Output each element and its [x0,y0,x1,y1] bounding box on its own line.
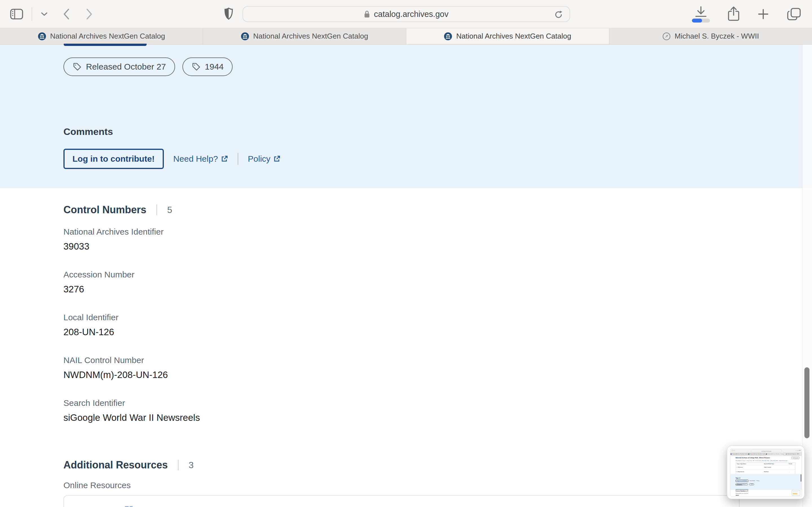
national-archives-favicon [38,32,46,41]
mini-tab-bar: National Archives NextGen Catalog Nation… [730,453,802,456]
mini-nested-thumbnail [792,490,800,496]
tag-chip-label: 1944 [205,62,224,71]
login-to-contribute-button[interactable]: Log in to contribute! [63,149,164,169]
screenshot-preview-thumbnail[interactable]: ▢ ‹ › catalog.archives.gov ↓ ⌯ + ▣ Natio… [727,446,805,499]
mini-favicon [766,453,767,455]
tag-chip-label: Released October 27 [86,62,166,71]
mini-email: mopix@nara.gov [779,460,788,461]
safari-window: catalog.archives.gov [0,0,812,507]
tag-chip-released[interactable]: Released October 27 [63,57,175,76]
tab-overview-button[interactable] [786,7,801,21]
field-nail-control-number: NAIL Control Number NWDNM(m)-208-UN-126 [63,355,168,380]
url-text: catalog.archives.gov [374,10,448,19]
mini-td: ⋮ [788,465,795,469]
mini-address-bar: catalog.archives.gov [751,450,782,452]
mini-table-header: Copy, Copy Status Specific Media Type De… [736,463,795,465]
mini-comments-heading: Comments [735,484,742,486]
mini-toolbar: ▢ ‹ › catalog.archives.gov ↓ ⌯ + ▣ [730,449,802,453]
mini-fax: (301) 837-3620 [770,460,778,461]
download-icon [692,6,710,18]
mini-tab: Michael S. Byczek - WWII [784,453,802,455]
policy-link[interactable]: Policy [248,154,281,164]
tag-icon [72,62,82,71]
tab-title: National Archives NextGen Catalog [456,32,571,41]
mini-tab-title: National Archives NextGen Catalog [768,453,783,455]
address-bar[interactable]: catalog.archives.gov [243,6,570,22]
mini-tab-title: Michael S. Byczek - WWII [788,453,799,455]
mini-address: 8601 Adelphi Road, College Park, MD, 207… [735,460,761,461]
field-label: NAIL Control Number [63,355,168,365]
chevron-right-icon [86,8,93,20]
downloads-button[interactable] [692,6,710,22]
mini-td: Video Cassette [763,465,788,469]
comments-actions: Log in to contribute! Need Help? Policy [63,149,281,169]
scrollbar-thumb[interactable] [804,367,809,438]
need-help-link[interactable]: Need Help? [173,154,228,164]
download-progress-fill [692,18,702,22]
mini-td: Film Reel [763,470,788,474]
mini-nav-icons: ▢ ‹ › [732,450,735,451]
lock-icon [364,10,370,18]
tab-2[interactable]: National Archives NextGen Catalog [203,28,406,44]
need-help-label: Need Help? [173,154,218,164]
tab-overview-icon [786,7,801,21]
mini-control-numbers-section: Control Numbers | 5 National Archives Id… [730,490,802,497]
mini-chip: 1944 [749,483,754,485]
mini-th: Details [788,463,795,465]
field-search-identifier: Search Identifier siGoogle World War II … [63,398,200,423]
sidebar-toggle-button[interactable] [10,9,23,19]
mini-nai-label: National Archives Identifier [735,493,748,494]
sidebar-icon [10,9,23,19]
share-button[interactable] [727,6,740,22]
mini-facility-section: National Archives at College Park - Moti… [730,456,802,474]
national-archives-favicon [444,32,452,41]
new-tab-button[interactable] [757,8,769,20]
tab-4[interactable]: Michael S. Byczek - WWII [609,28,812,44]
reload-icon [554,10,563,19]
mini-table-row: 2 Reproduction Film Reel ⋮ [736,469,795,474]
tab-group-chevron-button[interactable] [41,12,48,16]
tag-icon [192,62,201,71]
mini-th: Copy, Copy Status [736,463,763,465]
field-national-archives-identifier: National Archives Identifier 39033 [63,227,163,252]
field-value: 3276 [63,284,135,295]
mini-contact-row: 8601 Adelphi Road, College Park, MD, 207… [735,460,788,461]
tag-chip-1944[interactable]: 1944 [183,57,233,76]
mini-favicon [786,453,787,455]
count-divider [156,205,157,215]
tab-3-active[interactable]: National Archives NextGen Catalog [406,28,609,44]
mini-facility-title: National Archives at College Park - Moti… [735,457,770,459]
mini-tab-title: National Archives NextGen Catalog [750,453,766,455]
mini-td: ⋮ [788,470,795,474]
privacy-shield-icon[interactable] [224,7,233,20]
forward-button[interactable] [86,8,93,20]
count-divider [178,460,179,470]
field-local-identifier: Local Identifier 208-UN-126 [63,313,118,337]
tab-1[interactable]: National Archives NextGen Catalog [0,28,203,44]
chevron-down-icon [41,12,48,16]
chevron-left-icon [63,8,70,20]
back-button[interactable] [63,8,70,20]
toolbar-separator [32,7,32,21]
control-numbers-count: 5 [167,205,172,215]
reload-button[interactable] [554,10,563,19]
online-resources-card [63,495,740,507]
tab-bar: National Archives NextGen Catalog Nation… [0,28,812,45]
mini-nai-value: 39033 [735,495,739,496]
mini-policy-link: Policy [756,480,759,482]
mini-tags-comments-section: Tags | 2 Log in to contribute! Need Help… [730,474,802,490]
tag-chips-row: Released October 27 1944 [63,57,233,76]
additional-resources-header: Additional Resources 3 [63,459,194,471]
field-label: National Archives Identifier [63,227,163,237]
mini-td: 1 Reference [736,465,763,469]
policy-label: Policy [248,154,270,164]
field-label: Search Identifier [63,398,200,408]
external-link-icon [273,155,281,163]
additional-resources-count: 3 [189,460,194,470]
field-value: NWDNM(m)-208-UN-126 [63,370,168,380]
mini-scrollbar-thumb [801,474,802,482]
mini-favicon [730,453,732,455]
field-accession-number: Accession Number 3276 [63,270,135,295]
share-icon [727,6,740,22]
links-divider [238,153,238,165]
